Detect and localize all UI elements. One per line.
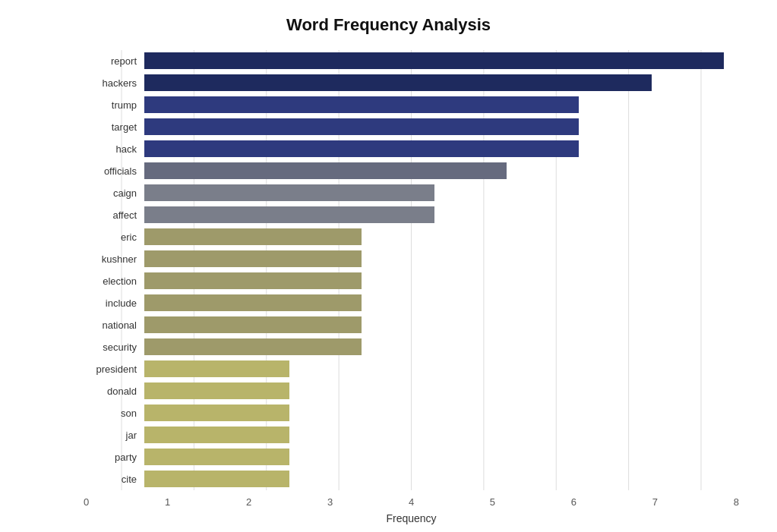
bar-label: hackers	[84, 77, 144, 89]
bar-label: party	[84, 452, 144, 463]
bar-row: kushner	[144, 248, 724, 269]
bar-row: party	[144, 446, 724, 467]
bar-row: president	[144, 358, 724, 379]
x-tick: 2	[246, 496, 251, 508]
bar-track	[144, 316, 724, 333]
bar-fill	[144, 338, 362, 355]
bar-track	[144, 382, 724, 399]
bar-row: affect	[144, 204, 724, 225]
bar-fill	[144, 427, 289, 443]
bar-fill	[144, 140, 579, 157]
bar-track	[144, 338, 724, 355]
bar-label: cite	[84, 474, 144, 485]
bar-fill	[144, 52, 724, 69]
bar-label: report	[84, 55, 144, 67]
x-tick: 3	[327, 496, 333, 508]
bar-label: affect	[84, 209, 144, 221]
bars-area: reporthackerstrumptargethackofficialscai…	[144, 50, 724, 490]
x-tick: 1	[165, 496, 170, 508]
bar-label: hack	[84, 143, 144, 155]
bar-track	[144, 74, 724, 91]
bar-fill	[144, 206, 434, 223]
bar-row: caign	[144, 182, 724, 203]
bar-track	[144, 294, 724, 311]
bar-label: national	[84, 320, 144, 331]
bar-row: national	[144, 314, 724, 335]
bar-track	[144, 427, 724, 443]
bar-fill	[144, 382, 289, 399]
bar-label: kushner	[84, 253, 144, 265]
bar-track	[144, 118, 724, 135]
x-axis-area: 012345678 Frequency	[84, 496, 739, 524]
bar-row: son	[144, 402, 724, 423]
bar-row: hackers	[144, 72, 724, 93]
bar-row: include	[144, 292, 724, 313]
bar-label: caign	[84, 187, 144, 199]
bar-label: eric	[84, 231, 144, 243]
bar-fill	[144, 96, 579, 113]
bar-row: trump	[144, 94, 724, 115]
bar-fill	[144, 471, 289, 487]
bar-track	[144, 52, 724, 69]
bar-label: president	[84, 364, 144, 375]
bar-row: jar	[144, 424, 724, 445]
bar-fill	[144, 272, 362, 289]
x-tick: 7	[652, 496, 658, 508]
bar-fill	[144, 228, 362, 245]
bar-row: security	[144, 336, 724, 357]
bar-row: target	[144, 116, 724, 137]
bar-label: target	[84, 121, 144, 133]
bar-fill	[144, 316, 362, 333]
bar-row: cite	[144, 468, 724, 490]
bar-row: donald	[144, 380, 724, 401]
chart-title: Word Frequency Analysis	[23, 15, 754, 35]
bar-track	[144, 449, 724, 465]
x-tick: 5	[490, 496, 495, 508]
bar-row: report	[144, 50, 724, 71]
bar-label: donald	[84, 386, 144, 397]
x-tick: 0	[84, 496, 89, 508]
x-axis-label: Frequency	[84, 512, 739, 524]
chart-container: Word Frequency Analysis reporthackerstru…	[0, 0, 777, 532]
bar-fill	[144, 184, 434, 201]
bar-label: trump	[84, 99, 144, 111]
bar-track	[144, 250, 724, 267]
bar-row: officials	[144, 160, 724, 181]
bar-fill	[144, 294, 362, 311]
bar-row: hack	[144, 138, 724, 159]
bar-track	[144, 96, 724, 113]
bar-fill	[144, 162, 507, 179]
bar-row: eric	[144, 226, 724, 247]
bar-label: officials	[84, 165, 144, 177]
bar-fill	[144, 250, 362, 267]
bar-row: election	[144, 270, 724, 291]
bar-fill	[144, 118, 579, 135]
bar-track	[144, 206, 724, 223]
bar-label: security	[84, 342, 144, 353]
x-tick: 6	[571, 496, 576, 508]
bar-fill	[144, 360, 289, 377]
bar-track	[144, 162, 724, 179]
x-tick: 8	[734, 496, 739, 508]
bar-label: include	[84, 297, 144, 309]
bar-track	[144, 228, 724, 245]
bar-track	[144, 140, 724, 157]
bar-track	[144, 272, 724, 289]
bar-label: election	[84, 275, 144, 287]
bar-track	[144, 471, 724, 487]
bar-track	[144, 405, 724, 421]
bar-fill	[144, 405, 289, 421]
bar-fill	[144, 449, 289, 465]
x-tick: 4	[409, 496, 414, 508]
bar-track	[144, 360, 724, 377]
bar-label: jar	[84, 430, 144, 441]
bar-fill	[144, 74, 652, 91]
bar-label: son	[84, 408, 144, 419]
bar-track	[144, 184, 724, 201]
x-axis-ticks: 012345678	[84, 496, 739, 508]
